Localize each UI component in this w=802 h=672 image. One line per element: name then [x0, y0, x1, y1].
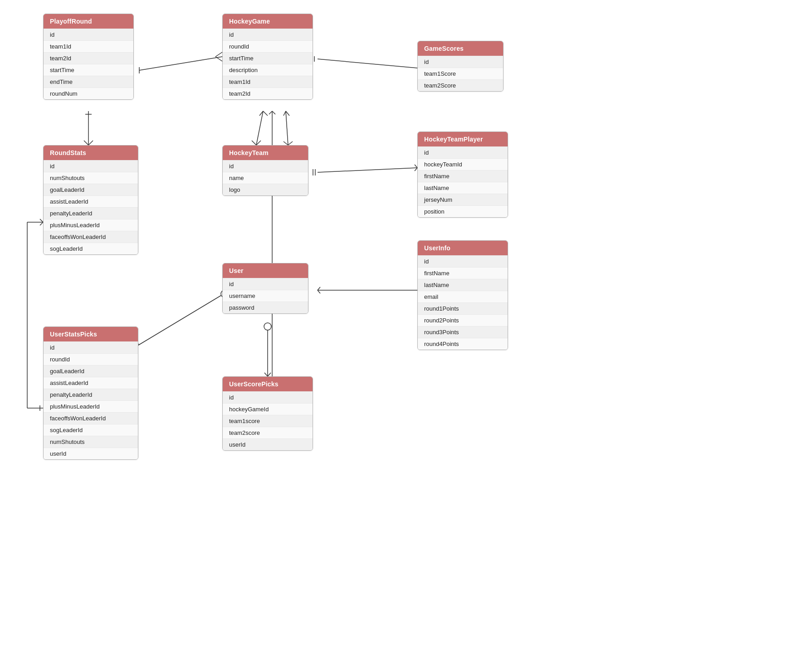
entity-game-scores: GameScores id team1Score team2Score: [417, 41, 504, 92]
svg-line-43: [272, 111, 275, 114]
field-user-score-picks-hockeygameid: hockeyGameId: [223, 403, 313, 415]
entity-user-info: UserInfo id firstName lastName email rou…: [417, 240, 508, 350]
field-hockey-team-logo: logo: [223, 184, 308, 195]
field-round-stats-sogleaderid: sogLeaderId: [44, 243, 138, 254]
svg-line-20: [286, 111, 289, 116]
svg-line-22: [288, 141, 293, 145]
svg-line-19: [284, 111, 286, 116]
field-game-scores-id: id: [418, 56, 503, 68]
field-user-password: password: [223, 302, 308, 313]
svg-line-42: [269, 111, 272, 114]
field-user-info-round2points: round2Points: [418, 314, 508, 326]
field-playoff-round-id: id: [44, 29, 133, 40]
svg-line-14: [252, 141, 256, 145]
svg-line-17: [263, 111, 268, 116]
entity-hockey-game: HockeyGame id roundId startTime descript…: [222, 14, 313, 100]
field-round-stats-goalleaderid: goalLeaderId: [44, 184, 138, 195]
svg-line-11: [88, 141, 93, 145]
entity-user: User id username password: [222, 263, 308, 314]
field-round-stats-numshutouts: numShutouts: [44, 172, 138, 184]
field-user-info-lastname: lastName: [418, 279, 508, 291]
field-hockey-team-player-position: position: [418, 205, 508, 217]
field-hockey-game-id: id: [223, 29, 313, 40]
svg-line-21: [284, 141, 288, 145]
field-user-stats-picks-plusminusleaderid: plusMinusLeaderId: [44, 400, 138, 412]
svg-line-40: [268, 373, 271, 376]
field-round-stats-penaltyleaderid: penaltyLeaderId: [44, 207, 138, 219]
field-user-info-round1points: round1Points: [418, 302, 508, 314]
field-user-info-id: id: [418, 255, 508, 267]
field-playoff-round-endtime: endTime: [44, 76, 133, 88]
field-playoff-round-team2id: team2Id: [44, 52, 133, 64]
field-user-username: username: [223, 290, 308, 302]
entity-user-score-picks: UserScorePicks id hockeyGameId team1scor…: [222, 376, 313, 451]
field-playoff-round-starttime: startTime: [44, 64, 133, 76]
field-hockey-team-id: id: [223, 160, 308, 172]
entity-user-info-header: UserInfo: [418, 241, 508, 255]
field-user-score-picks-id: id: [223, 391, 313, 403]
field-user-info-round4points: round4Points: [418, 338, 508, 350]
svg-line-47: [40, 219, 43, 222]
entity-user-header: User: [223, 263, 308, 278]
entity-hockey-team-header: HockeyTeam: [223, 146, 308, 160]
field-hockey-team-player-lastname: lastName: [418, 182, 508, 194]
svg-line-15: [256, 141, 261, 145]
field-user-stats-picks-userid: userId: [44, 448, 138, 459]
field-hockey-game-description: description: [223, 64, 313, 76]
svg-line-2: [215, 57, 222, 61]
field-playoff-round-team1id: team1Id: [44, 40, 133, 52]
entity-hockey-team: HockeyTeam id name logo: [222, 145, 308, 196]
svg-line-0: [139, 57, 222, 70]
field-hockey-game-roundid: roundId: [223, 40, 313, 52]
svg-line-48: [40, 222, 43, 225]
er-diagram: PlayoffRound id team1Id team2Id startTim…: [0, 0, 802, 672]
svg-line-16: [259, 111, 263, 116]
field-user-stats-picks-roundid: roundId: [44, 353, 138, 365]
field-user-score-picks-team2score: team2score: [223, 427, 313, 438]
field-round-stats-plusminusleaderid: plusMinusLeaderId: [44, 219, 138, 231]
svg-line-39: [264, 373, 268, 376]
field-hockey-team-name: name: [223, 172, 308, 184]
field-game-scores-team1score: team1Score: [418, 68, 503, 79]
entity-playoff-round: PlayoffRound id team1Id team2Id startTim…: [43, 14, 134, 100]
entity-round-stats-header: RoundStats: [44, 146, 138, 160]
svg-line-4: [318, 59, 417, 68]
field-user-stats-picks-assistleaderid: assistLeaderId: [44, 377, 138, 389]
field-user-info-round3points: round3Points: [418, 326, 508, 338]
svg-point-38: [264, 323, 271, 330]
field-hockey-game-team2id: team2Id: [223, 88, 313, 99]
entity-game-scores-header: GameScores: [418, 41, 503, 56]
field-round-stats-id: id: [44, 160, 138, 172]
entity-hockey-team-player: HockeyTeamPlayer id hockeyTeamId firstNa…: [417, 131, 508, 218]
entity-user-score-picks-header: UserScorePicks: [223, 377, 313, 391]
field-user-stats-picks-faceoffswonleaderid: faceoffsWonLeaderId: [44, 412, 138, 424]
field-user-stats-picks-sogleaderid: sogLeaderId: [44, 424, 138, 436]
field-user-info-firstname: firstName: [418, 267, 508, 279]
field-user-score-picks-team1score: team1score: [223, 415, 313, 427]
field-hockey-game-starttime: startTime: [223, 52, 313, 64]
field-playoff-round-roundnum: roundNum: [44, 88, 133, 99]
svg-line-13: [256, 111, 263, 145]
field-hockey-game-team1id: team1Id: [223, 76, 313, 88]
entity-user-stats-picks: UserStatsPicks id roundId goalLeaderId a…: [43, 326, 138, 460]
svg-line-30: [318, 290, 320, 293]
svg-line-18: [286, 111, 288, 145]
svg-line-23: [318, 168, 417, 172]
field-hockey-team-player-jerseynum: jerseyNum: [418, 194, 508, 205]
svg-line-29: [318, 287, 320, 290]
field-hockey-team-player-hockeyteamid: hockeyTeamId: [418, 158, 508, 170]
svg-line-10: [84, 141, 88, 145]
svg-line-33: [139, 295, 222, 345]
entity-playoff-round-header: PlayoffRound: [44, 14, 133, 29]
svg-line-1: [215, 52, 222, 57]
field-game-scores-team2score: team2Score: [418, 79, 503, 91]
field-hockey-team-player-id: id: [418, 146, 508, 158]
field-user-stats-picks-id: id: [44, 341, 138, 353]
entity-hockey-team-player-header: HockeyTeamPlayer: [418, 132, 508, 146]
field-hockey-team-player-firstname: firstName: [418, 170, 508, 182]
field-user-stats-picks-penaltyleaderid: penaltyLeaderId: [44, 389, 138, 400]
entity-round-stats: RoundStats id numShutouts goalLeaderId a…: [43, 145, 138, 255]
entity-hockey-game-header: HockeyGame: [223, 14, 313, 29]
field-user-stats-picks-goalleaderid: goalLeaderId: [44, 365, 138, 377]
field-user-id: id: [223, 278, 308, 290]
